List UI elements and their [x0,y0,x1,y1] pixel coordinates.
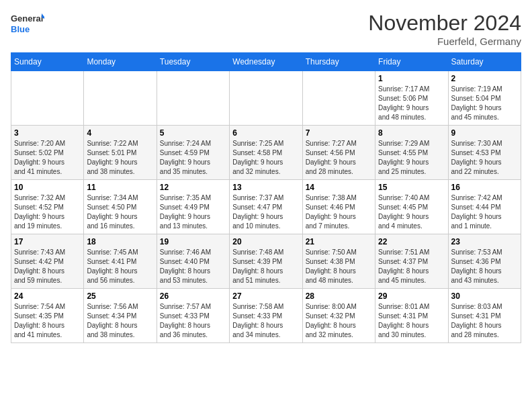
calendar-cell: 13Sunrise: 7:37 AM Sunset: 4:47 PM Dayli… [230,180,302,234]
logo: General Blue [11,11,44,38]
day-info: Sunrise: 7:37 AM Sunset: 4:47 PM Dayligh… [232,193,299,231]
day-info: Sunrise: 7:57 AM Sunset: 4:33 PM Dayligh… [160,302,226,340]
calendar-cell: 11Sunrise: 7:34 AM Sunset: 4:50 PM Dayli… [84,180,157,234]
weekday-header-thursday: Thursday [302,53,375,71]
day-info: Sunrise: 7:29 AM Sunset: 4:55 PM Dayligh… [378,139,445,177]
calendar-cell: 29Sunrise: 8:01 AM Sunset: 4:31 PM Dayli… [375,289,448,343]
day-info: Sunrise: 7:50 AM Sunset: 4:38 PM Dayligh… [306,248,372,285]
calendar-cell: 17Sunrise: 7:43 AM Sunset: 4:42 PM Dayli… [11,234,84,289]
calendar-cell: 18Sunrise: 7:45 AM Sunset: 4:41 PM Dayli… [84,234,157,289]
day-info: Sunrise: 7:24 AM Sunset: 4:59 PM Dayligh… [160,139,226,177]
day-info: Sunrise: 8:01 AM Sunset: 4:31 PM Dayligh… [378,302,445,340]
calendar-cell: 6Sunrise: 7:25 AM Sunset: 4:58 PM Daylig… [230,126,302,180]
svg-text:General: General [11,13,43,24]
day-info: Sunrise: 7:42 AM Sunset: 4:44 PM Dayligh… [451,193,518,231]
day-number: 19 [160,237,226,246]
day-number: 21 [306,237,372,246]
calendar-week-1: 1Sunrise: 7:17 AM Sunset: 5:06 PM Daylig… [11,71,521,126]
day-number: 5 [160,128,226,138]
calendar-cell: 30Sunrise: 8:03 AM Sunset: 4:31 PM Dayli… [448,289,521,343]
calendar-week-3: 10Sunrise: 7:32 AM Sunset: 4:52 PM Dayli… [11,180,521,234]
day-info: Sunrise: 7:56 AM Sunset: 4:34 PM Dayligh… [87,302,153,340]
calendar-cell: 12Sunrise: 7:35 AM Sunset: 4:49 PM Dayli… [157,180,229,234]
day-info: Sunrise: 8:00 AM Sunset: 4:32 PM Dayligh… [306,302,372,340]
calendar-week-5: 24Sunrise: 7:54 AM Sunset: 4:35 PM Dayli… [11,289,521,343]
header: General Blue November 2024 Fuerfeld, Ger… [11,11,521,47]
day-number: 27 [232,291,299,301]
day-info: Sunrise: 7:19 AM Sunset: 5:04 PM Dayligh… [451,85,518,122]
day-number: 10 [14,183,81,192]
day-number: 15 [378,183,445,192]
svg-text:Blue: Blue [11,24,30,34]
day-info: Sunrise: 7:58 AM Sunset: 4:33 PM Dayligh… [232,302,299,340]
day-info: Sunrise: 7:45 AM Sunset: 4:41 PM Dayligh… [87,248,153,285]
day-number: 23 [451,237,518,246]
calendar-cell: 7Sunrise: 7:27 AM Sunset: 4:56 PM Daylig… [302,126,375,180]
day-info: Sunrise: 7:53 AM Sunset: 4:36 PM Dayligh… [451,248,518,285]
calendar-cell [302,71,375,126]
day-info: Sunrise: 7:51 AM Sunset: 4:37 PM Dayligh… [378,248,445,285]
day-info: Sunrise: 7:32 AM Sunset: 4:52 PM Dayligh… [14,193,81,231]
day-info: Sunrise: 7:34 AM Sunset: 4:50 PM Dayligh… [87,193,153,231]
calendar-cell [230,71,302,126]
calendar-cell: 22Sunrise: 7:51 AM Sunset: 4:37 PM Dayli… [375,234,448,289]
calendar-cell: 21Sunrise: 7:50 AM Sunset: 4:38 PM Dayli… [302,234,375,289]
month-title: November 2024 [368,11,521,36]
calendar-cell: 28Sunrise: 8:00 AM Sunset: 4:32 PM Dayli… [302,289,375,343]
calendar-cell [157,71,229,126]
day-number: 6 [232,128,299,138]
calendar-cell: 4Sunrise: 7:22 AM Sunset: 5:01 PM Daylig… [84,126,157,180]
calendar-cell: 19Sunrise: 7:46 AM Sunset: 4:40 PM Dayli… [157,234,229,289]
day-number: 20 [232,237,299,246]
day-info: Sunrise: 7:38 AM Sunset: 4:46 PM Dayligh… [306,193,372,231]
day-number: 29 [378,291,445,301]
day-number: 18 [87,237,153,246]
day-number: 28 [306,291,372,301]
day-number: 11 [87,183,153,192]
day-number: 8 [378,128,445,138]
day-info: Sunrise: 7:27 AM Sunset: 4:56 PM Dayligh… [306,139,372,177]
calendar-cell: 27Sunrise: 7:58 AM Sunset: 4:33 PM Dayli… [230,289,302,343]
day-number: 14 [306,183,372,192]
calendar-week-4: 17Sunrise: 7:43 AM Sunset: 4:42 PM Dayli… [11,234,521,289]
calendar-cell: 8Sunrise: 7:29 AM Sunset: 4:55 PM Daylig… [375,126,448,180]
calendar-cell: 10Sunrise: 7:32 AM Sunset: 4:52 PM Dayli… [11,180,84,234]
day-number: 12 [160,183,226,192]
calendar-cell [11,71,84,126]
day-info: Sunrise: 7:35 AM Sunset: 4:49 PM Dayligh… [160,193,226,231]
logo-svg: General Blue [11,11,44,38]
calendar-cell: 5Sunrise: 7:24 AM Sunset: 4:59 PM Daylig… [157,126,229,180]
calendar-cell: 16Sunrise: 7:42 AM Sunset: 4:44 PM Dayli… [448,180,521,234]
calendar-cell: 3Sunrise: 7:20 AM Sunset: 5:02 PM Daylig… [11,126,84,180]
calendar-cell: 14Sunrise: 7:38 AM Sunset: 4:46 PM Dayli… [302,180,375,234]
weekday-header-monday: Monday [84,53,157,71]
day-info: Sunrise: 7:40 AM Sunset: 4:45 PM Dayligh… [378,193,445,231]
weekday-header-friday: Friday [375,53,448,71]
day-number: 3 [14,128,81,138]
weekday-header-saturday: Saturday [448,53,521,71]
day-number: 16 [451,183,518,192]
calendar-cell: 2Sunrise: 7:19 AM Sunset: 5:04 PM Daylig… [448,71,521,126]
day-info: Sunrise: 7:22 AM Sunset: 5:01 PM Dayligh… [87,139,153,177]
location: Fuerfeld, Germany [368,36,521,47]
calendar-week-2: 3Sunrise: 7:20 AM Sunset: 5:02 PM Daylig… [11,126,521,180]
day-info: Sunrise: 7:54 AM Sunset: 4:35 PM Dayligh… [14,302,81,340]
day-info: Sunrise: 7:46 AM Sunset: 4:40 PM Dayligh… [160,248,226,285]
day-info: Sunrise: 7:17 AM Sunset: 5:06 PM Dayligh… [378,85,445,122]
day-number: 22 [378,237,445,246]
day-info: Sunrise: 7:20 AM Sunset: 5:02 PM Dayligh… [14,139,81,177]
calendar-cell: 15Sunrise: 7:40 AM Sunset: 4:45 PM Dayli… [375,180,448,234]
weekday-header-wednesday: Wednesday [230,53,302,71]
weekday-header-tuesday: Tuesday [157,53,229,71]
day-number: 25 [87,291,153,301]
calendar-cell: 20Sunrise: 7:48 AM Sunset: 4:39 PM Dayli… [230,234,302,289]
day-number: 1 [378,74,445,83]
calendar-cell: 9Sunrise: 7:30 AM Sunset: 4:53 PM Daylig… [448,126,521,180]
day-number: 13 [232,183,299,192]
day-info: Sunrise: 7:48 AM Sunset: 4:39 PM Dayligh… [232,248,299,285]
day-number: 4 [87,128,153,138]
day-number: 30 [451,291,518,301]
calendar-cell [84,71,157,126]
day-number: 26 [160,291,226,301]
calendar-cell: 26Sunrise: 7:57 AM Sunset: 4:33 PM Dayli… [157,289,229,343]
